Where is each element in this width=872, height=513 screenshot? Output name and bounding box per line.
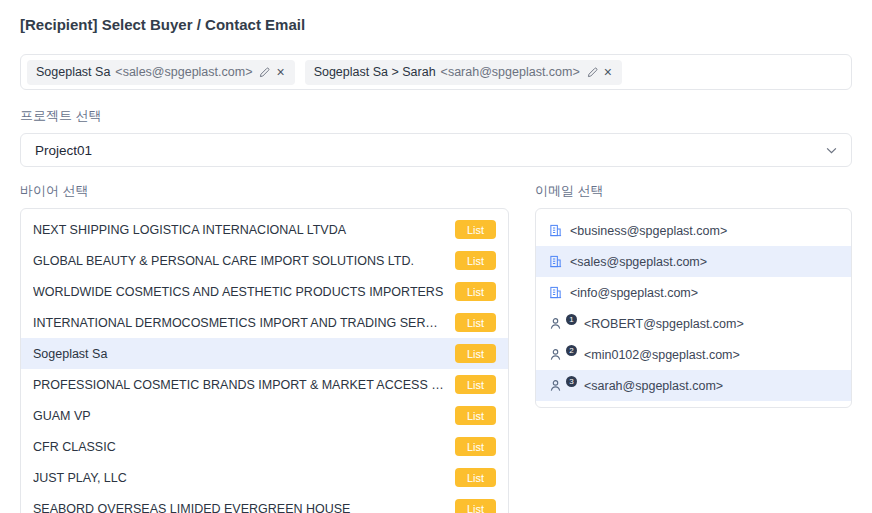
buyer-row[interactable]: INTERNATIONAL DERMOCOSMETICS IMPORT AND … — [21, 307, 508, 338]
buyer-name: INTERNATIONAL DERMOCOSMETICS IMPORT AND … — [33, 316, 455, 330]
buyer-column: 바이어 선택 NEXT SHIPPING LOGISTICA INTERNACI… — [20, 182, 509, 513]
buyer-list-label: 바이어 선택 — [20, 182, 509, 200]
list-button[interactable]: List — [455, 468, 496, 487]
buyer-row[interactable]: GUAM VP List — [21, 400, 508, 431]
buyer-name: Sogeplast Sa — [33, 347, 117, 361]
email-item[interactable]: <business@spgeplast.com> — [536, 215, 851, 246]
buyer-row[interactable]: PROFESSIONAL COSMETIC BRANDS IMPORT & MA… — [21, 369, 508, 400]
email-address: <sales@spgeplast.com> — [570, 255, 707, 269]
email-item[interactable]: <info@spgeplast.com> — [536, 277, 851, 308]
list-button[interactable]: List — [455, 406, 496, 425]
building-icon — [549, 255, 562, 268]
email-column: 이메일 선택 <business@spgeplast.com> — [535, 182, 852, 513]
buyer-row[interactable]: NEXT SHIPPING LOGISTICA INTERNACIONAL LT… — [21, 214, 508, 245]
recipient-chip: Sogeplast Sa > Sarah <sarah@spgeplast.co… — [305, 60, 622, 85]
buyer-row[interactable]: Sogeplast Sa List — [21, 338, 508, 369]
email-address: <min0102@spgeplast.com> — [584, 348, 740, 362]
buyer-row[interactable]: GLOBAL BEAUTY & PERSONAL CARE IMPORT SOL… — [21, 245, 508, 276]
selection-columns: 바이어 선택 NEXT SHIPPING LOGISTICA INTERNACI… — [20, 182, 852, 513]
list-button[interactable]: List — [455, 344, 496, 363]
buyer-name: SEABORD OVERSEAS LIMIDED EVERGREEN HOUSE — [33, 502, 360, 513]
buyer-name: NEXT SHIPPING LOGISTICA INTERNACIONAL LT… — [33, 223, 356, 237]
email-item[interactable]: 3 <sarah@spgeplast.com> — [536, 370, 851, 401]
recipient-chip-email: <sales@spgeplast.com> — [115, 65, 252, 79]
buyer-row[interactable]: SEABORD OVERSEAS LIMIDED EVERGREEN HOUSE… — [21, 493, 508, 513]
buyer-name: GUAM VP — [33, 409, 101, 423]
email-address: <info@spgeplast.com> — [570, 286, 698, 300]
person-icon — [549, 379, 562, 392]
buyer-name: JUST PLAY, LLC — [33, 471, 137, 485]
list-button[interactable]: List — [455, 282, 496, 301]
close-icon[interactable]: × — [603, 65, 613, 79]
selected-recipients-box: Sogeplast Sa <sales@spgeplast.com> × Sog… — [20, 54, 852, 90]
buyer-list: NEXT SHIPPING LOGISTICA INTERNACIONAL LT… — [20, 208, 509, 513]
recipient-chip-name: Sogeplast Sa > Sarah — [314, 65, 436, 79]
email-address: <business@spgeplast.com> — [570, 224, 727, 238]
email-list-label: 이메일 선택 — [535, 182, 852, 200]
project-select[interactable]: Project01 — [20, 133, 852, 167]
person-number-badge: 3 — [566, 376, 577, 387]
buyer-name: GLOBAL BEAUTY & PERSONAL CARE IMPORT SOL… — [33, 254, 424, 268]
person-number-badge: 1 — [566, 314, 577, 325]
buyer-row[interactable]: CFR CLASSIC List — [21, 431, 508, 462]
recipient-chip-name: Sogeplast Sa — [36, 65, 110, 79]
person-icon — [549, 348, 562, 361]
recipient-select-panel: [Recipient] Select Buyer / Contact Email… — [0, 0, 872, 513]
email-address: <ROBERT@spgeplast.com> — [584, 317, 744, 331]
person-number-badge: 2 — [566, 345, 577, 356]
email-list: <business@spgeplast.com> <sales@spgeplas… — [535, 208, 852, 408]
list-button[interactable]: List — [455, 251, 496, 270]
buyer-row[interactable]: WORLDWIDE COSMETICS AND AESTHETIC PRODUC… — [21, 276, 508, 307]
project-select-value: Project01 — [35, 143, 92, 158]
email-item[interactable]: <sales@spgeplast.com> — [536, 246, 851, 277]
list-button[interactable]: List — [455, 499, 496, 513]
edit-icon[interactable] — [259, 67, 270, 78]
recipient-chip-email: <sarah@spgeplast.com> — [441, 65, 580, 79]
list-button[interactable]: List — [455, 375, 496, 394]
email-address: <sarah@spgeplast.com> — [584, 379, 723, 393]
buyer-name: WORLDWIDE COSMETICS AND AESTHETIC PRODUC… — [33, 285, 453, 299]
list-button[interactable]: List — [455, 220, 496, 239]
project-select-label: 프로젝트 선택 — [20, 107, 852, 125]
building-icon — [549, 286, 562, 299]
buyer-name: CFR CLASSIC — [33, 440, 126, 454]
chevron-down-icon — [826, 147, 837, 154]
buyer-row[interactable]: JUST PLAY, LLC List — [21, 462, 508, 493]
edit-icon[interactable] — [587, 67, 598, 78]
recipient-chip: Sogeplast Sa <sales@spgeplast.com> × — [27, 60, 295, 85]
page-title: [Recipient] Select Buyer / Contact Email — [20, 16, 852, 33]
list-button[interactable]: List — [455, 313, 496, 332]
building-icon — [549, 224, 562, 237]
buyer-name: PROFESSIONAL COSMETIC BRANDS IMPORT & MA… — [33, 378, 455, 392]
list-button[interactable]: List — [455, 437, 496, 456]
email-item[interactable]: 1 <ROBERT@spgeplast.com> — [536, 308, 851, 339]
email-item[interactable]: 2 <min0102@spgeplast.com> — [536, 339, 851, 370]
close-icon[interactable]: × — [275, 65, 285, 79]
person-icon — [549, 317, 562, 330]
